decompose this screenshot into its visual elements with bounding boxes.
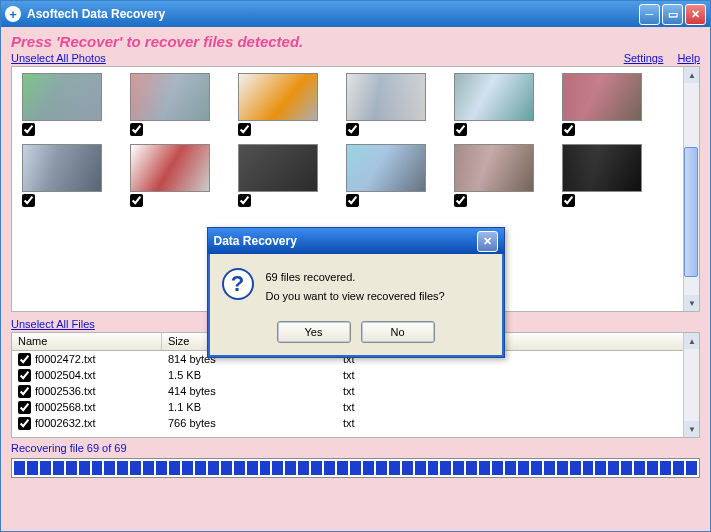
scroll-down-icon[interactable]: ▼ (684, 421, 700, 437)
photo-checkbox[interactable] (346, 123, 359, 136)
progress-segment (311, 461, 322, 475)
file-checkbox[interactable] (18, 417, 31, 430)
progress-segment (247, 461, 258, 475)
help-link[interactable]: Help (677, 52, 700, 64)
photo-item[interactable] (454, 73, 538, 136)
progress-segment (117, 461, 128, 475)
photo-item[interactable] (22, 144, 106, 207)
photo-checkbox[interactable] (454, 123, 467, 136)
photo-item[interactable] (346, 73, 430, 136)
scroll-thumb[interactable] (684, 147, 698, 277)
question-icon: ? (222, 268, 254, 300)
unselect-all-photos-link[interactable]: Unselect All Photos (11, 52, 106, 64)
progress-segment (583, 461, 594, 475)
table-row[interactable]: f0002632.txt766 bytestxt (12, 415, 699, 431)
scroll-up-icon[interactable]: ▲ (684, 67, 700, 83)
file-size: 414 bytes (162, 385, 337, 397)
photo-checkbox[interactable] (346, 194, 359, 207)
table-row[interactable]: f0002504.txt1.5 KBtxt (12, 367, 699, 383)
thumbnail (562, 144, 642, 192)
photo-checkbox[interactable] (130, 194, 143, 207)
unselect-all-files-link[interactable]: Unselect All Files (11, 318, 95, 330)
dialog-body: ? 69 files recovered. Do you want to vie… (208, 254, 504, 357)
app-window: + Asoftech Data Recovery ─ ▭ ✕ Press 'Re… (0, 0, 711, 532)
scroll-down-icon[interactable]: ▼ (684, 295, 700, 311)
progress-segment (182, 461, 193, 475)
file-name: f0002472.txt (35, 353, 96, 365)
photo-checkbox[interactable] (130, 123, 143, 136)
photo-item[interactable] (562, 73, 646, 136)
minimize-button[interactable]: ─ (639, 4, 660, 25)
progress-segment (350, 461, 361, 475)
file-scrollbar[interactable]: ▲ ▼ (683, 333, 699, 437)
progress-segment (492, 461, 503, 475)
progress-bar (11, 458, 700, 478)
dialog-close-button[interactable]: ✕ (477, 231, 498, 252)
thumbnail (238, 73, 318, 121)
photo-item[interactable] (130, 144, 214, 207)
file-name: f0002536.txt (35, 385, 96, 397)
column-name[interactable]: Name (12, 333, 162, 350)
progress-segment (298, 461, 309, 475)
photo-scrollbar[interactable]: ▲ ▼ (683, 67, 699, 311)
file-checkbox[interactable] (18, 353, 31, 366)
file-size: 1.1 KB (162, 401, 337, 413)
photo-checkbox[interactable] (238, 194, 251, 207)
photo-checkbox[interactable] (454, 194, 467, 207)
progress-segment (208, 461, 219, 475)
photo-checkbox[interactable] (22, 123, 35, 136)
scroll-up-icon[interactable]: ▲ (684, 333, 700, 349)
progress-segment (66, 461, 77, 475)
dialog-line2: Do you want to view recovered files? (266, 287, 445, 306)
thumbnail (22, 73, 102, 121)
thumbnail (346, 73, 426, 121)
photo-item[interactable] (562, 144, 646, 207)
table-row[interactable]: f0002536.txt414 bytestxt (12, 383, 699, 399)
progress-segment (337, 461, 348, 475)
table-row[interactable]: f0002568.txt1.1 KBtxt (12, 399, 699, 415)
progress-segment (79, 461, 90, 475)
no-button[interactable]: No (361, 321, 435, 343)
photo-item[interactable] (238, 73, 322, 136)
titlebar: + Asoftech Data Recovery ─ ▭ ✕ (1, 1, 710, 27)
progress-segment (453, 461, 464, 475)
status-text: Recovering file 69 of 69 (11, 442, 700, 454)
progress-segment (143, 461, 154, 475)
progress-segment (402, 461, 413, 475)
progress-segment (272, 461, 283, 475)
photo-checkbox[interactable] (238, 123, 251, 136)
progress-segment (92, 461, 103, 475)
file-ext: txt (337, 385, 482, 397)
photo-item[interactable] (130, 73, 214, 136)
dialog-line1: 69 files recovered. (266, 268, 445, 287)
progress-segment (621, 461, 632, 475)
progress-segment (440, 461, 451, 475)
maximize-button[interactable]: ▭ (662, 4, 683, 25)
file-ext: txt (337, 417, 482, 429)
file-checkbox[interactable] (18, 369, 31, 382)
photo-item[interactable] (346, 144, 430, 207)
file-checkbox[interactable] (18, 401, 31, 414)
progress-segment (608, 461, 619, 475)
file-checkbox[interactable] (18, 385, 31, 398)
photo-item[interactable] (22, 73, 106, 136)
yes-button[interactable]: Yes (277, 321, 351, 343)
photo-checkbox[interactable] (562, 194, 575, 207)
photo-checkbox[interactable] (22, 194, 35, 207)
table-body: f0002472.txt814 bytestxt f0002504.txt1.5… (12, 351, 699, 431)
photo-item[interactable] (238, 144, 322, 207)
window-title: Asoftech Data Recovery (27, 7, 637, 21)
thumbnail (346, 144, 426, 192)
progress-segment (570, 461, 581, 475)
progress-segment (673, 461, 684, 475)
photo-checkbox[interactable] (562, 123, 575, 136)
close-button[interactable]: ✕ (685, 4, 706, 25)
settings-link[interactable]: Settings (624, 52, 664, 64)
thumbnail (454, 73, 534, 121)
progress-segment (53, 461, 64, 475)
recovery-dialog: Data Recovery ✕ ? 69 files recovered. Do… (207, 227, 505, 358)
photo-item[interactable] (454, 144, 538, 207)
file-name: f0002568.txt (35, 401, 96, 413)
progress-segment (428, 461, 439, 475)
instruction-text: Press 'Recover' to recover files detecte… (11, 33, 700, 50)
